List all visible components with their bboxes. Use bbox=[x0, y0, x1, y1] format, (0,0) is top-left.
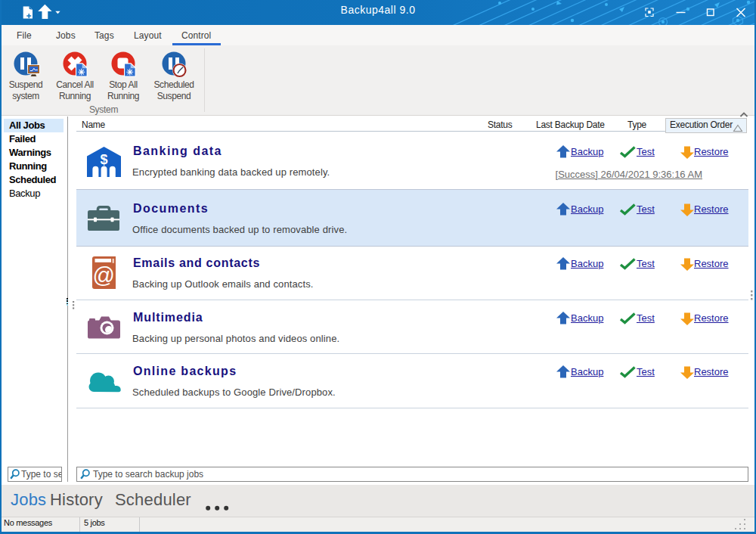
svg-text:$: $ bbox=[100, 152, 107, 167]
svg-text:@: @ bbox=[92, 263, 114, 287]
